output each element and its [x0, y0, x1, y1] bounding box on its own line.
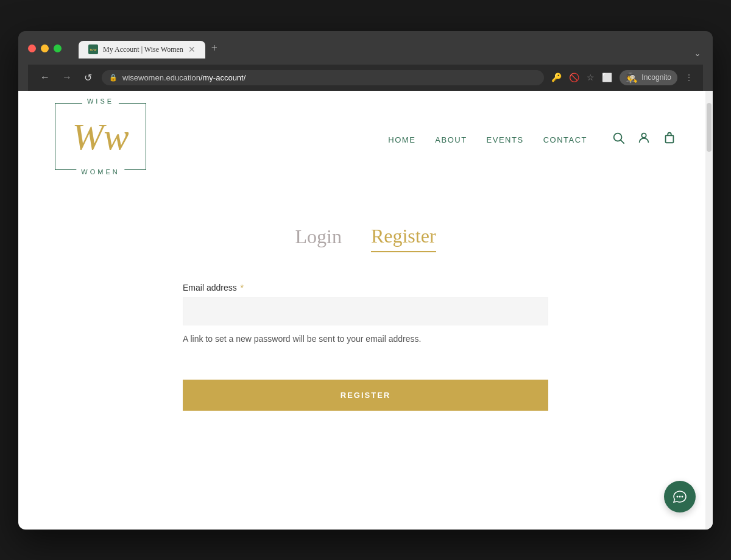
nav-icons: [612, 131, 676, 147]
reload-button[interactable]: ↺: [82, 69, 94, 86]
chat-widget-button[interactable]: [664, 481, 696, 512]
lock-icon: 🔒: [109, 74, 118, 82]
search-icon-button[interactable]: [612, 131, 625, 147]
minimize-button[interactable]: [41, 44, 49, 52]
browser-controls: ww My Account | Wise Women ✕ + ⌄: [28, 38, 703, 58]
email-form-group: Email address * A link to set a new pass…: [183, 283, 548, 346]
tab-bar: ww My Account | Wise Women ✕ + ⌄: [79, 38, 703, 58]
nav-item-home[interactable]: HOME: [388, 134, 415, 145]
maximize-button[interactable]: [54, 44, 62, 52]
site-nav: HOME ABOUT EVENTS CONTACT: [388, 131, 676, 147]
close-button[interactable]: [28, 44, 36, 52]
main-content: Login Register Email address * A link to…: [18, 188, 713, 459]
form-hint-text: A link to set a new password will be sen…: [183, 333, 548, 346]
register-button[interactable]: REGISTER: [183, 380, 548, 411]
browser-window: ww My Account | Wise Women ✕ + ⌄ ← → ↺ 🔒…: [18, 31, 713, 530]
account-icon-button[interactable]: [637, 131, 651, 147]
url-text: wisewomen.education/my-account/: [122, 73, 245, 82]
forward-button[interactable]: →: [60, 69, 74, 85]
nav-link-events[interactable]: EVENTS: [487, 135, 524, 144]
browser-titlebar: ww My Account | Wise Women ✕ + ⌄ ← → ↺ 🔒…: [18, 31, 713, 91]
svg-rect-3: [666, 135, 674, 143]
menu-icon[interactable]: ⋮: [685, 73, 693, 82]
logo-ww-monogram: Ww: [72, 118, 129, 155]
site-header: WISE Ww WOMEN HOME ABOUT: [18, 91, 713, 188]
nav-item-contact[interactable]: CONTACT: [543, 134, 587, 145]
register-form: Email address * A link to set a new pass…: [183, 283, 548, 411]
email-label: Email address *: [183, 283, 548, 292]
nav-link-contact[interactable]: CONTACT: [543, 135, 587, 144]
register-tab[interactable]: Register: [371, 225, 436, 252]
svg-point-4: [677, 495, 679, 497]
svg-line-1: [621, 140, 624, 143]
nav-links: HOME ABOUT EVENTS CONTACT: [388, 134, 587, 145]
key-icon[interactable]: 🔑: [551, 73, 562, 82]
tab-close-icon[interactable]: ✕: [188, 44, 196, 55]
chat-icon: [673, 489, 687, 504]
logo-wise-text: WISE: [82, 97, 119, 105]
tab-more-button[interactable]: ⌄: [694, 49, 703, 58]
logo-box: WISE Ww WOMEN: [55, 103, 146, 170]
nav-link-about[interactable]: ABOUT: [435, 135, 467, 144]
site-logo[interactable]: WISE Ww WOMEN: [55, 103, 152, 176]
tab-icon[interactable]: ⬜: [602, 73, 612, 82]
scrollbar-thumb[interactable]: [707, 103, 712, 152]
url-bar[interactable]: 🔒 wisewomen.education/my-account/: [102, 70, 544, 85]
logo-women-text: WOMEN: [76, 168, 124, 175]
page-content: WISE Ww WOMEN HOME ABOUT: [18, 91, 713, 530]
svg-point-6: [682, 495, 683, 497]
incognito-badge: 🕵️ Incognito: [620, 70, 677, 85]
cart-icon-button[interactable]: [663, 131, 676, 147]
camera-off-icon[interactable]: 🚫: [569, 73, 579, 82]
back-button[interactable]: ←: [38, 69, 52, 85]
page-wrapper: WISE Ww WOMEN HOME ABOUT: [18, 91, 713, 530]
address-bar-row: ← → ↺ 🔒 wisewomen.education/my-account/ …: [28, 65, 703, 91]
bookmark-icon[interactable]: ☆: [587, 73, 595, 82]
svg-point-2: [641, 133, 646, 138]
active-tab[interactable]: ww My Account | Wise Women ✕: [79, 41, 205, 58]
nav-item-events[interactable]: EVENTS: [487, 134, 524, 145]
scrollbar-track[interactable]: [705, 91, 713, 530]
login-tab[interactable]: Login: [295, 225, 341, 252]
email-input[interactable]: [183, 297, 548, 325]
auth-tabs: Login Register: [295, 225, 436, 252]
browser-actions: 🔑 🚫 ☆ ⬜ 🕵️ Incognito ⋮: [551, 70, 693, 85]
tab-favicon: ww: [88, 44, 98, 54]
incognito-icon: 🕵️: [626, 72, 638, 83]
nav-item-about[interactable]: ABOUT: [435, 134, 467, 145]
nav-link-home[interactable]: HOME: [388, 135, 415, 144]
new-tab-button[interactable]: +: [205, 38, 224, 58]
tab-title: My Account | Wise Women: [103, 45, 183, 54]
required-indicator: *: [238, 283, 244, 292]
svg-point-5: [679, 495, 681, 497]
